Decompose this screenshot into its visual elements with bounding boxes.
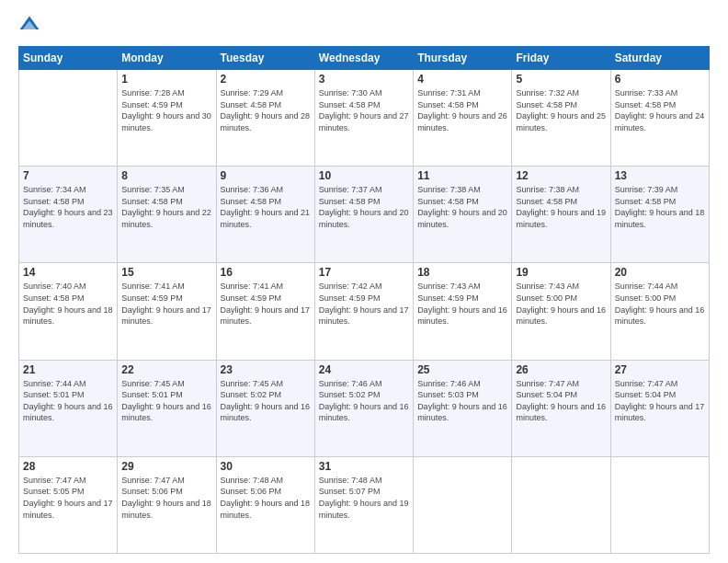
calendar-cell <box>610 456 709 553</box>
cell-info: Sunrise: 7:31 AMSunset: 4:58 PMDaylight:… <box>417 87 507 133</box>
calendar-week-3: 14Sunrise: 7:40 AMSunset: 4:58 PMDayligh… <box>19 263 710 360</box>
weekday-header-monday: Monday <box>118 47 216 70</box>
calendar-cell: 28Sunrise: 7:47 AMSunset: 5:05 PMDayligh… <box>19 456 118 553</box>
calendar-cell: 29Sunrise: 7:47 AMSunset: 5:06 PMDayligh… <box>118 456 216 553</box>
cell-info: Sunrise: 7:43 AMSunset: 5:00 PMDaylight:… <box>516 281 606 327</box>
day-number: 28 <box>23 460 113 473</box>
calendar-cell: 19Sunrise: 7:43 AMSunset: 5:00 PMDayligh… <box>512 263 610 360</box>
cell-info: Sunrise: 7:37 AMSunset: 4:58 PMDaylight:… <box>319 184 409 230</box>
day-number: 17 <box>319 266 409 279</box>
day-number: 27 <box>615 363 705 376</box>
calendar-cell: 10Sunrise: 7:37 AMSunset: 4:58 PMDayligh… <box>314 167 413 263</box>
calendar-cell: 23Sunrise: 7:45 AMSunset: 5:02 PMDayligh… <box>216 360 314 456</box>
calendar-cell: 11Sunrise: 7:38 AMSunset: 4:58 PMDayligh… <box>414 167 512 263</box>
cell-info: Sunrise: 7:46 AMSunset: 5:03 PMDaylight:… <box>417 378 507 424</box>
cell-info: Sunrise: 7:39 AMSunset: 4:58 PMDaylight:… <box>615 184 705 230</box>
day-number: 9 <box>221 169 311 182</box>
page: SundayMondayTuesdayWednesdayThursdayFrid… <box>0 0 728 563</box>
day-number: 20 <box>615 266 705 279</box>
cell-info: Sunrise: 7:28 AMSunset: 4:59 PMDaylight:… <box>121 87 211 133</box>
cell-info: Sunrise: 7:48 AMSunset: 5:07 PMDaylight:… <box>319 475 409 521</box>
calendar-cell: 25Sunrise: 7:46 AMSunset: 5:03 PMDayligh… <box>414 360 512 456</box>
day-number: 16 <box>221 266 311 279</box>
calendar-week-5: 28Sunrise: 7:47 AMSunset: 5:05 PMDayligh… <box>19 456 710 553</box>
calendar-cell: 18Sunrise: 7:43 AMSunset: 4:59 PMDayligh… <box>414 263 512 360</box>
cell-info: Sunrise: 7:47 AMSunset: 5:04 PMDaylight:… <box>615 378 705 424</box>
day-number: 23 <box>221 363 311 376</box>
calendar-cell: 3Sunrise: 7:30 AMSunset: 4:58 PMDaylight… <box>314 70 413 167</box>
calendar-week-1: 1Sunrise: 7:28 AMSunset: 4:59 PMDaylight… <box>19 70 710 167</box>
calendar-cell: 6Sunrise: 7:33 AMSunset: 4:58 PMDaylight… <box>610 70 709 167</box>
calendar-week-4: 21Sunrise: 7:44 AMSunset: 5:01 PMDayligh… <box>19 360 710 456</box>
cell-info: Sunrise: 7:40 AMSunset: 4:58 PMDaylight:… <box>23 281 113 327</box>
calendar-cell: 12Sunrise: 7:38 AMSunset: 4:58 PMDayligh… <box>512 167 610 263</box>
cell-info: Sunrise: 7:47 AMSunset: 5:05 PMDaylight:… <box>23 475 113 521</box>
calendar-cell: 26Sunrise: 7:47 AMSunset: 5:04 PMDayligh… <box>512 360 610 456</box>
calendar-cell: 9Sunrise: 7:36 AMSunset: 4:58 PMDaylight… <box>216 167 314 263</box>
calendar-cell: 2Sunrise: 7:29 AMSunset: 4:58 PMDaylight… <box>216 70 314 167</box>
day-number: 18 <box>417 266 507 279</box>
calendar-cell: 24Sunrise: 7:46 AMSunset: 5:02 PMDayligh… <box>314 360 413 456</box>
calendar-week-2: 7Sunrise: 7:34 AMSunset: 4:58 PMDaylight… <box>19 167 710 263</box>
day-number: 15 <box>121 266 211 279</box>
cell-info: Sunrise: 7:47 AMSunset: 5:06 PMDaylight:… <box>121 475 211 521</box>
calendar-cell: 17Sunrise: 7:42 AMSunset: 4:59 PMDayligh… <box>314 263 413 360</box>
calendar-cell: 13Sunrise: 7:39 AMSunset: 4:58 PMDayligh… <box>610 167 709 263</box>
cell-info: Sunrise: 7:42 AMSunset: 4:59 PMDaylight:… <box>319 281 409 327</box>
day-number: 6 <box>615 73 705 86</box>
cell-info: Sunrise: 7:45 AMSunset: 5:01 PMDaylight:… <box>121 378 211 424</box>
logo-icon <box>18 15 40 37</box>
cell-info: Sunrise: 7:34 AMSunset: 4:58 PMDaylight:… <box>23 184 113 230</box>
weekday-header-friday: Friday <box>512 47 610 70</box>
day-number: 13 <box>615 169 705 182</box>
cell-info: Sunrise: 7:43 AMSunset: 4:59 PMDaylight:… <box>417 281 507 327</box>
cell-info: Sunrise: 7:44 AMSunset: 5:00 PMDaylight:… <box>615 281 705 327</box>
calendar-cell: 27Sunrise: 7:47 AMSunset: 5:04 PMDayligh… <box>610 360 709 456</box>
day-number: 10 <box>319 169 409 182</box>
calendar-cell: 22Sunrise: 7:45 AMSunset: 5:01 PMDayligh… <box>118 360 216 456</box>
calendar-cell: 8Sunrise: 7:35 AMSunset: 4:58 PMDaylight… <box>118 167 216 263</box>
logo <box>18 15 44 37</box>
day-number: 19 <box>516 266 606 279</box>
calendar-cell: 20Sunrise: 7:44 AMSunset: 5:00 PMDayligh… <box>610 263 709 360</box>
cell-info: Sunrise: 7:46 AMSunset: 5:02 PMDaylight:… <box>319 378 409 424</box>
day-number: 14 <box>23 266 113 279</box>
cell-info: Sunrise: 7:38 AMSunset: 4:58 PMDaylight:… <box>516 184 606 230</box>
weekday-header-row: SundayMondayTuesdayWednesdayThursdayFrid… <box>19 47 710 70</box>
cell-info: Sunrise: 7:33 AMSunset: 4:58 PMDaylight:… <box>615 87 705 133</box>
cell-info: Sunrise: 7:47 AMSunset: 5:04 PMDaylight:… <box>516 378 606 424</box>
day-number: 22 <box>121 363 211 376</box>
calendar-table: SundayMondayTuesdayWednesdayThursdayFrid… <box>18 46 710 554</box>
day-number: 21 <box>23 363 113 376</box>
calendar-cell: 7Sunrise: 7:34 AMSunset: 4:58 PMDaylight… <box>19 167 118 263</box>
calendar-cell: 31Sunrise: 7:48 AMSunset: 5:07 PMDayligh… <box>314 456 413 553</box>
cell-info: Sunrise: 7:35 AMSunset: 4:58 PMDaylight:… <box>121 184 211 230</box>
calendar-cell <box>19 70 118 167</box>
calendar-cell: 16Sunrise: 7:41 AMSunset: 4:59 PMDayligh… <box>216 263 314 360</box>
calendar-cell: 1Sunrise: 7:28 AMSunset: 4:59 PMDaylight… <box>118 70 216 167</box>
calendar-cell: 4Sunrise: 7:31 AMSunset: 4:58 PMDaylight… <box>414 70 512 167</box>
weekday-header-thursday: Thursday <box>414 47 512 70</box>
day-number: 29 <box>121 460 211 473</box>
day-number: 30 <box>221 460 311 473</box>
calendar-cell: 30Sunrise: 7:48 AMSunset: 5:06 PMDayligh… <box>216 456 314 553</box>
day-number: 24 <box>319 363 409 376</box>
cell-info: Sunrise: 7:29 AMSunset: 4:58 PMDaylight:… <box>221 87 311 133</box>
cell-info: Sunrise: 7:41 AMSunset: 4:59 PMDaylight:… <box>121 281 211 327</box>
day-number: 8 <box>121 169 211 182</box>
cell-info: Sunrise: 7:36 AMSunset: 4:58 PMDaylight:… <box>221 184 311 230</box>
day-number: 5 <box>516 73 606 86</box>
cell-info: Sunrise: 7:41 AMSunset: 4:59 PMDaylight:… <box>221 281 311 327</box>
calendar-cell: 21Sunrise: 7:44 AMSunset: 5:01 PMDayligh… <box>19 360 118 456</box>
cell-info: Sunrise: 7:38 AMSunset: 4:58 PMDaylight:… <box>417 184 507 230</box>
weekday-header-saturday: Saturday <box>610 47 709 70</box>
day-number: 26 <box>516 363 606 376</box>
day-number: 25 <box>417 363 507 376</box>
header <box>18 15 710 37</box>
cell-info: Sunrise: 7:30 AMSunset: 4:58 PMDaylight:… <box>319 87 409 133</box>
day-number: 1 <box>121 73 211 86</box>
weekday-header-sunday: Sunday <box>19 47 118 70</box>
cell-info: Sunrise: 7:32 AMSunset: 4:58 PMDaylight:… <box>516 87 606 133</box>
cell-info: Sunrise: 7:44 AMSunset: 5:01 PMDaylight:… <box>23 378 113 424</box>
day-number: 7 <box>23 169 113 182</box>
